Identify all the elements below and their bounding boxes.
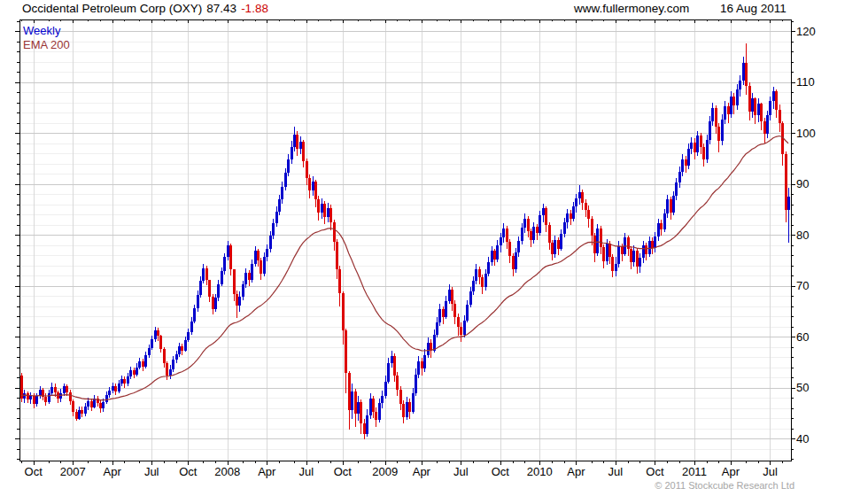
svg-text:Apr: Apr xyxy=(258,465,276,478)
svg-text:Jul: Jul xyxy=(144,465,159,478)
chart-window: 405060708090100110120Oct2007AprJulOct200… xyxy=(0,0,868,496)
website-link[interactable]: www.fullermoney.com xyxy=(574,2,689,15)
legend-weekly-label: Weekly xyxy=(23,24,60,37)
svg-text:Apr: Apr xyxy=(722,465,740,478)
plot-border xyxy=(19,19,791,461)
svg-text:120: 120 xyxy=(796,25,816,38)
svg-text:Apr: Apr xyxy=(413,465,431,478)
svg-text:Oct: Oct xyxy=(179,465,198,478)
svg-text:90: 90 xyxy=(796,177,809,190)
instrument-name: Occidental Petroleum Corp (OXY) xyxy=(22,2,202,15)
axis-ticks xyxy=(15,19,795,465)
svg-text:Jul: Jul xyxy=(608,465,624,478)
svg-text:80: 80 xyxy=(796,229,809,242)
svg-text:60: 60 xyxy=(796,330,809,344)
x-axis-labels: Oct2007AprJulOct2008AprJulOct2009AprJulO… xyxy=(25,465,778,478)
svg-text:Apr: Apr xyxy=(104,465,122,478)
price-chart: 405060708090100110120Oct2007AprJulOct200… xyxy=(0,0,868,496)
svg-text:Jul: Jul xyxy=(298,465,314,478)
last-price: 87.43 xyxy=(206,2,236,15)
ema-line xyxy=(21,136,788,400)
svg-text:Oct: Oct xyxy=(492,465,510,478)
copyright-text: © 2011 Stockcube Research Ltd xyxy=(655,480,794,491)
svg-text:Jul: Jul xyxy=(763,465,778,478)
svg-text:100: 100 xyxy=(796,127,816,140)
svg-text:2011: 2011 xyxy=(682,465,707,478)
svg-text:2007: 2007 xyxy=(60,465,86,478)
svg-text:Jul: Jul xyxy=(453,465,469,478)
price-change: -1.88 xyxy=(241,2,268,15)
svg-text:50: 50 xyxy=(796,381,809,394)
svg-text:Apr: Apr xyxy=(567,465,585,478)
chart-header: Occidental Petroleum Corp (OXY)87.43-1.8… xyxy=(22,2,268,15)
svg-text:110: 110 xyxy=(796,75,815,89)
svg-text:Oct: Oct xyxy=(334,465,353,478)
legend-ema-label: EMA 200 xyxy=(23,38,70,51)
svg-text:Oct: Oct xyxy=(646,465,664,478)
quote-date: 16 Aug 2011 xyxy=(720,2,787,15)
svg-text:2008: 2008 xyxy=(214,465,240,478)
grid-layer xyxy=(19,19,791,461)
y-axis-labels: 405060708090100110120 xyxy=(796,25,816,446)
svg-text:70: 70 xyxy=(796,279,809,292)
svg-text:Oct: Oct xyxy=(25,465,43,478)
svg-text:2009: 2009 xyxy=(372,465,398,478)
svg-text:2010: 2010 xyxy=(527,465,553,478)
svg-text:40: 40 xyxy=(796,432,809,446)
